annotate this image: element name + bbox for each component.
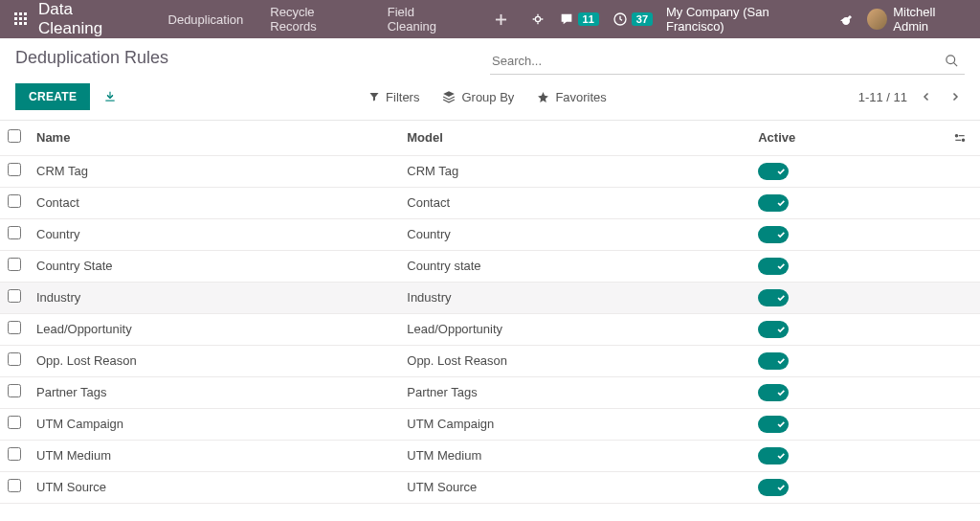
messages-badge: 11 [578, 12, 599, 26]
table-row[interactable]: CountryCountry [0, 218, 980, 250]
download-icon[interactable] [103, 90, 117, 103]
cell-name: CRM Tag [29, 155, 399, 187]
row-checkbox[interactable] [8, 447, 21, 461]
company-switcher[interactable]: My Company (San Francisco) [666, 5, 825, 34]
svg-rect-7 [19, 22, 22, 25]
table-row[interactable]: UTM MediumUTM Medium [0, 440, 980, 471]
nav-right: 11 37 My Company (San Francisco) Mitchel… [530, 5, 970, 34]
control-panel-top: Deduplication Rules [0, 38, 980, 76]
svg-rect-6 [14, 22, 17, 25]
table-row[interactable]: ContactContact [0, 187, 980, 218]
groupby-button[interactable]: Group By [442, 90, 514, 104]
table-row[interactable]: UTM CampaignUTM Campaign [0, 408, 980, 440]
select-all-checkbox[interactable] [8, 129, 21, 143]
row-checkbox[interactable] [8, 226, 21, 239]
avatar-icon [867, 9, 887, 30]
favorites-label: Favorites [555, 90, 606, 104]
table-row[interactable]: IndustryIndustry [0, 282, 980, 313]
svg-point-11 [535, 16, 540, 21]
row-checkbox[interactable] [8, 321, 21, 334]
row-checkbox[interactable] [8, 384, 21, 397]
support-icon[interactable] [530, 11, 546, 27]
row-checkbox[interactable] [8, 479, 21, 492]
row-checkbox[interactable] [8, 163, 21, 176]
row-checkbox[interactable] [8, 289, 21, 303]
nav-plus-icon[interactable] [483, 13, 519, 26]
table-row[interactable]: Partner TagsPartner Tags [0, 376, 980, 408]
apps-icon[interactable] [10, 8, 33, 31]
nav-links: DeduplicationRecycle RecordsField Cleani… [155, 0, 478, 38]
active-toggle[interactable] [758, 226, 789, 243]
create-button[interactable]: Create [15, 83, 90, 110]
table-row[interactable]: Opp. Lost ReasonOpp. Lost Reason [0, 345, 980, 376]
filters-button[interactable]: Filters [368, 90, 419, 104]
active-toggle[interactable] [758, 352, 789, 370]
cell-model: Country state [399, 250, 750, 282]
svg-rect-2 [24, 12, 27, 15]
active-toggle[interactable] [758, 384, 789, 401]
cell-model: CRM Tag [399, 155, 750, 187]
col-header-model[interactable]: Model [399, 121, 750, 155]
user-menu[interactable]: Mitchell Admin [867, 5, 970, 34]
svg-point-15 [955, 134, 957, 136]
filters-label: Filters [386, 90, 419, 104]
pager-next-icon[interactable] [946, 87, 965, 106]
row-checkbox[interactable] [8, 352, 21, 366]
svg-rect-8 [24, 22, 27, 25]
debug-icon[interactable] [838, 11, 854, 27]
svg-rect-14 [106, 101, 115, 102]
favorites-button[interactable]: Favorites [537, 90, 606, 104]
cell-model: UTM Source [399, 471, 750, 503]
activities-icon[interactable]: 37 [612, 11, 653, 27]
layers-icon [442, 90, 456, 103]
table-row[interactable]: CRM TagCRM Tag [0, 155, 980, 187]
cell-model: Lead/Opportunity [399, 313, 750, 345]
active-toggle[interactable] [758, 416, 789, 433]
active-toggle[interactable] [758, 194, 789, 212]
active-toggle[interactable] [758, 479, 789, 496]
pager-text[interactable]: 1-11 / 11 [858, 90, 907, 104]
pager-prev-icon[interactable] [917, 87, 936, 106]
table-row[interactable]: UTM SourceUTM Source [0, 471, 980, 503]
cell-model: UTM Campaign [399, 408, 750, 440]
filter-icon [368, 91, 380, 102]
active-toggle[interactable] [758, 447, 789, 464]
svg-rect-3 [14, 17, 17, 20]
activities-badge: 37 [632, 12, 653, 26]
cell-model: Country [399, 218, 750, 250]
search-input[interactable] [492, 54, 941, 68]
groupby-label: Group By [461, 90, 514, 104]
table-row[interactable]: Lead/OpportunityLead/Opportunity [0, 313, 980, 345]
nav-link-recycle-records[interactable]: Recycle Records [256, 0, 373, 38]
table-row[interactable]: Country StateCountry state [0, 250, 980, 282]
list-view: Name Model Active CRM TagCRM TagContactC… [0, 120, 980, 504]
cell-name: UTM Source [29, 471, 399, 503]
svg-point-13 [947, 56, 955, 64]
cell-name: Country State [29, 250, 399, 282]
cell-name: Partner Tags [29, 376, 399, 408]
col-header-name[interactable]: Name [29, 121, 399, 155]
nav-link-deduplication[interactable]: Deduplication [155, 0, 257, 38]
cell-name: UTM Campaign [29, 408, 399, 440]
row-checkbox[interactable] [8, 194, 21, 208]
svg-rect-1 [19, 12, 22, 15]
table-header-row: Name Model Active [0, 121, 980, 155]
cell-model: UTM Medium [399, 440, 750, 471]
cell-name: Industry [29, 282, 399, 313]
col-header-active[interactable]: Active [750, 121, 946, 155]
options-icon[interactable] [953, 131, 967, 145]
svg-rect-4 [19, 17, 22, 20]
nav-link-field-cleaning[interactable]: Field Cleaning [374, 0, 478, 38]
search-icon[interactable] [941, 52, 963, 70]
cell-name: UTM Medium [29, 440, 399, 471]
active-toggle[interactable] [758, 258, 789, 275]
row-checkbox[interactable] [8, 258, 21, 271]
active-toggle[interactable] [758, 289, 789, 306]
row-checkbox[interactable] [8, 416, 21, 429]
svg-point-16 [962, 139, 964, 141]
app-brand[interactable]: Data Cleaning [38, 0, 140, 38]
messages-icon[interactable]: 11 [559, 11, 599, 27]
active-toggle[interactable] [758, 321, 789, 338]
top-nav: Data Cleaning DeduplicationRecycle Recor… [0, 0, 980, 38]
active-toggle[interactable] [758, 163, 789, 180]
